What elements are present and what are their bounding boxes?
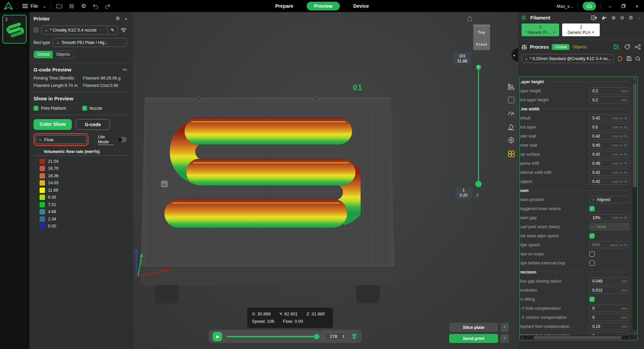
setting-dropdown[interactable]: ⌄Aligned (589, 196, 630, 203)
layer-slider-top-thumb[interactable]: + (476, 65, 481, 70)
tab-preview[interactable]: Preview (307, 2, 340, 10)
plate-thumbnail[interactable]: 1 (2, 15, 26, 44)
gcode-collapse-button[interactable]: << (122, 67, 127, 72)
view-mode-select[interactable]: ⌄ Flow (36, 135, 87, 144)
cube-front-face[interactable]: Front (473, 39, 490, 50)
save-preset-icon[interactable] (627, 56, 632, 61)
filament-settings-gear-icon[interactable]: ⚙ (629, 15, 633, 21)
setting-checkbox[interactable]: ✓ (589, 206, 595, 211)
slice-options-button[interactable]: ^ (500, 323, 509, 332)
setting-input[interactable]: 0.2mm (589, 96, 630, 103)
settings-button[interactable]: ⚙ (80, 3, 87, 9)
undo-button[interactable] (92, 3, 99, 9)
setting-input[interactable]: 0.049mm (589, 278, 630, 285)
layer-slider-track[interactable] (478, 67, 479, 184)
filament-sync-icon[interactable] (591, 15, 597, 20)
minimize-button[interactable]: – (606, 2, 614, 10)
scope-global-tab[interactable]: Global (34, 51, 53, 58)
file-menu-chevron-icon[interactable]: ⌄ (43, 4, 46, 9)
move-count-input[interactable]: 278 ▲▼ (325, 333, 346, 340)
help-button[interactable]: ? (474, 192, 481, 199)
slice-plate-button[interactable]: Slice plate (449, 323, 498, 332)
stepper-arrows[interactable]: ▲▼ (342, 335, 346, 339)
send-print-button[interactable]: Send print (449, 334, 498, 343)
scope-objects-tab[interactable]: Objects (53, 51, 73, 58)
moves-slider[interactable] (227, 336, 320, 337)
close-button[interactable]: × (633, 2, 641, 10)
scroll-left-button[interactable]: ‹ (520, 336, 525, 340)
horizontal-scroll-thumb[interactable] (534, 336, 622, 339)
horizontal-scrollbar[interactable]: ‹ › (520, 335, 632, 340)
printer-select[interactable]: ⌄ * Creality K1C 0.4 nozzle ✎ (41, 26, 118, 35)
purge-faucet-icon[interactable] (601, 15, 607, 20)
setting-input[interactable]: 0.42mm or % (589, 133, 630, 140)
search-icon[interactable] (635, 56, 641, 61)
setting-input[interactable]: 0.42mm or % (589, 169, 630, 176)
bed-type-select[interactable]: ⌄ Smooth PEI Plate / Hig... (53, 38, 127, 47)
cube-top-face[interactable]: Top (473, 27, 490, 39)
printer-collapse-button[interactable]: « (125, 16, 127, 21)
lite-mode-toggle[interactable] (117, 137, 127, 142)
quality-category-icon[interactable] (507, 83, 515, 91)
setting-checkbox[interactable] (589, 251, 595, 257)
add-filament-icon[interactable]: ⊕ (611, 15, 616, 21)
support-category-icon[interactable] (507, 123, 515, 131)
speed-category-icon[interactable] (507, 109, 515, 117)
setting-input[interactable]: 0.42mm or % (589, 114, 630, 121)
setting-input[interactable]: 10%mm or % (589, 214, 630, 221)
process-global-tab[interactable]: Global (552, 44, 570, 50)
printer-settings-gear-icon[interactable]: ⚙ (115, 15, 120, 21)
filament-chip-1[interactable]: 1* Generic PL...▼ (522, 23, 559, 36)
play-button[interactable]: ▶ (213, 332, 222, 341)
setting-input[interactable]: 0.012mm (589, 287, 630, 294)
setting-input[interactable]: 0.5mm or % (589, 123, 630, 131)
scroll-right-button[interactable]: › (627, 336, 632, 340)
multimaterial-category-icon[interactable] (507, 150, 515, 158)
color-show-button[interactable]: Color Show (34, 119, 72, 130)
setting-input[interactable]: 1layers (589, 332, 630, 335)
setting-checkbox[interactable]: ✓ (589, 297, 595, 302)
layers-icon[interactable] (351, 333, 358, 340)
setting-input[interactable]: 0mm (589, 305, 630, 312)
orientation-cube[interactable]: Top Front (473, 27, 490, 50)
reset-preset-icon[interactable] (617, 56, 623, 61)
filament-chip-2[interactable]: 2Generic PLA▼ (562, 23, 600, 36)
setting-input[interactable]: 0.45mm or % (589, 160, 630, 167)
setting-input[interactable]: 80%mm/s or % (589, 241, 630, 248)
moves-slider-thumb[interactable] (314, 334, 319, 339)
scroll-down-button[interactable]: ⌄ (632, 330, 637, 335)
process-objects-tab[interactable]: Objects (573, 45, 587, 49)
setting-checkbox[interactable]: ✓ (589, 233, 595, 239)
remove-filament-icon[interactable]: ⊖ (620, 15, 625, 21)
process-preset-select[interactable]: ⌄ * 0.20mm Standard @Creality K1C 0.4 no… (522, 54, 614, 63)
tab-device[interactable]: Device (346, 2, 376, 10)
maximize-button[interactable] (619, 2, 628, 10)
others-category-icon[interactable] (507, 136, 515, 144)
tab-prepare[interactable]: Prepare (268, 2, 301, 10)
send-options-button[interactable]: ^ (500, 334, 509, 343)
preset-tag-icon[interactable] (624, 44, 630, 50)
setting-input[interactable]: 0.15mm (589, 323, 630, 330)
filament-collapse-chevron-icon[interactable]: ⌄ (638, 16, 641, 20)
plate-category-icon[interactable] (507, 96, 515, 104)
setting-checkbox[interactable] (589, 260, 595, 266)
user-name[interactable]: Max_v... (557, 4, 573, 9)
wifi-icon[interactable] (120, 28, 127, 33)
gcode-button[interactable]: G-code (76, 119, 110, 130)
vertical-scroll-thumb[interactable] (633, 83, 637, 187)
open-file-button[interactable] (56, 3, 63, 9)
share-nodes-icon[interactable] (635, 44, 641, 50)
params-grid-icon[interactable] (613, 44, 619, 50)
home-view-button[interactable]: ⌂ (467, 13, 473, 23)
setting-input[interactable]: 0.42mm or % (589, 151, 630, 158)
scroll-up-button[interactable]: ⌃ (632, 77, 637, 83)
print-platform-checkbox[interactable]: ✓ Print Platform (34, 106, 82, 111)
setting-dropdown[interactable]: ⌄None (589, 223, 630, 231)
panel-collapse-handle[interactable]: ▸ (512, 48, 518, 62)
setting-input[interactable]: 0.45mm or % (589, 142, 630, 149)
setting-input[interactable]: 0mm (589, 314, 630, 321)
viewport-3d[interactable]: 01 ⌂ Top Front ▸ + 101 31.88 1 0.20 ? (131, 12, 518, 349)
setting-input[interactable]: 0.2mm (589, 87, 630, 94)
cloud-upload-button[interactable] (583, 2, 596, 10)
file-menu[interactable]: File (22, 3, 38, 9)
